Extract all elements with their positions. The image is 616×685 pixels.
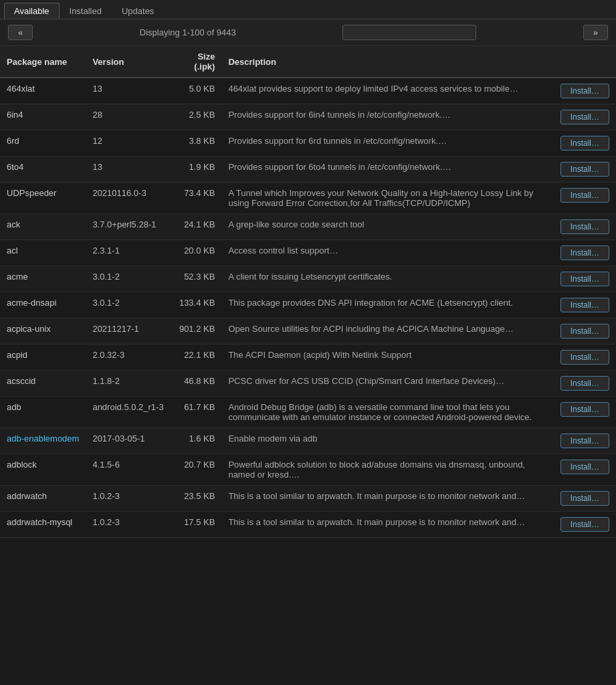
package-name: acpid [0, 345, 86, 371]
package-name: addrwatch-mysql [0, 512, 86, 538]
package-action-cell: Install… [554, 130, 616, 157]
package-action-cell: Install… [554, 157, 616, 183]
page-info: Displaying 1-100 of 9443 [140, 27, 236, 37]
install-button[interactable]: Install… [560, 136, 609, 151]
package-name: acl [0, 240, 86, 266]
tab-updates[interactable]: Updates [112, 3, 164, 19]
package-name: 464xlat [0, 78, 86, 104]
table-header-row: Package name Version Size (.ipk) Descrip… [0, 46, 616, 78]
package-description: Provides support for 6to4 tunnels in /et… [221, 157, 553, 183]
package-action-cell: Install… [554, 292, 616, 318]
package-action-cell: Install… [554, 78, 616, 104]
col-header-version: Version [86, 46, 170, 78]
package-action-cell: Install… [554, 183, 616, 214]
table-row: ack3.7.0+perl5.28-124.1 KBA grep-like so… [0, 214, 616, 240]
package-size: 22.1 KB [171, 345, 222, 371]
install-button[interactable]: Install… [560, 376, 609, 391]
col-header-name: Package name [0, 46, 86, 78]
package-version: 3.7.0+perl5.28-1 [86, 214, 170, 240]
package-size: 2.5 KB [171, 104, 222, 130]
package-size: 1.9 KB [171, 157, 222, 183]
install-button[interactable]: Install… [560, 84, 609, 98]
package-version: 13 [86, 157, 170, 183]
table-row: acpica-unix20211217-1901.2 KBOpen Source… [0, 318, 616, 345]
install-button[interactable]: Install… [560, 298, 609, 312]
package-description: This is a tool similar to arpwatch. It m… [221, 486, 553, 512]
package-name: adb-enablemodem [0, 428, 86, 454]
install-button[interactable]: Install… [560, 272, 609, 286]
package-description: Android Debug Bridge (adb) is a versatil… [221, 397, 553, 428]
col-header-description: Description [221, 46, 553, 78]
package-name: acsccid [0, 371, 86, 397]
package-name: UDPspeeder [0, 183, 86, 214]
table-row: 6in4282.5 KBProvides support for 6in4 tu… [0, 104, 616, 130]
package-size: 133.4 KB [171, 292, 222, 318]
prev-page-button[interactable]: « [8, 25, 33, 40]
install-button[interactable]: Install… [560, 460, 609, 474]
package-size: 52.3 KB [171, 266, 222, 292]
package-name: acpica-unix [0, 318, 86, 345]
table-row: 464xlat135.0 KB464xlat provides support … [0, 78, 616, 104]
package-version: 28 [86, 104, 170, 130]
table-row: adbandroid.5.0.2_r1-361.7 KBAndroid Debu… [0, 397, 616, 428]
install-button[interactable]: Install… [560, 219, 609, 234]
install-button[interactable]: Install… [560, 350, 609, 365]
table-row: addrwatch-mysql1.0.2-317.5 KBThis is a t… [0, 512, 616, 538]
install-button[interactable]: Install… [560, 162, 609, 177]
install-button[interactable]: Install… [560, 517, 609, 532]
pagination-bar: « Displaying 1-100 of 9443 » [0, 19, 616, 46]
table-row: UDPspeeder20210116.0-373.4 KBA Tunnel wh… [0, 183, 616, 214]
package-description: Enable modem via adb [221, 428, 553, 454]
tab-bar: Available Installed Updates [0, 0, 616, 19]
install-button[interactable]: Install… [560, 491, 609, 506]
table-row: acpid2.0.32-322.1 KBThe ACPI Daemon (acp… [0, 345, 616, 371]
package-action-cell: Install… [554, 240, 616, 266]
package-description: The ACPI Daemon (acpid) With Netlink Sup… [221, 345, 553, 371]
package-name: 6to4 [0, 157, 86, 183]
install-button[interactable]: Install… [560, 324, 609, 338]
package-size: 1.6 KB [171, 428, 222, 454]
package-action-cell: Install… [554, 397, 616, 428]
package-version: 12 [86, 130, 170, 157]
package-name: adb [0, 397, 86, 428]
package-version: 3.0.1-2 [86, 292, 170, 318]
table-row: acme3.0.1-252.3 KBA client for issuing L… [0, 266, 616, 292]
package-size: 73.4 KB [171, 183, 222, 214]
package-description: A Tunnel which Improves your Network Qua… [221, 183, 553, 214]
install-button[interactable]: Install… [560, 246, 609, 260]
install-button[interactable]: Install… [560, 433, 609, 448]
table-row: addrwatch1.0.2-323.5 KBThis is a tool si… [0, 486, 616, 512]
package-action-cell: Install… [554, 104, 616, 130]
package-action-cell: Install… [554, 266, 616, 292]
package-size: 61.7 KB [171, 397, 222, 428]
package-name: ack [0, 214, 86, 240]
package-version: 2.3.1-1 [86, 240, 170, 266]
tab-available[interactable]: Available [4, 3, 60, 19]
package-action-cell: Install… [554, 345, 616, 371]
package-size: 5.0 KB [171, 78, 222, 104]
package-version: android.5.0.2_r1-3 [86, 397, 170, 428]
package-description: This is a tool similar to arpwatch. It m… [221, 512, 553, 538]
install-button[interactable]: Install… [560, 188, 609, 203]
install-button[interactable]: Install… [560, 110, 609, 124]
package-version: 4.1.5-6 [86, 454, 170, 486]
package-version: 1.0.2-3 [86, 512, 170, 538]
install-button[interactable]: Install… [560, 402, 609, 417]
package-size: 20.7 KB [171, 454, 222, 486]
package-version: 1.1.8-2 [86, 371, 170, 397]
package-action-cell: Install… [554, 214, 616, 240]
package-name: 6in4 [0, 104, 86, 130]
package-table: Package name Version Size (.ipk) Descrip… [0, 46, 616, 538]
package-name: acme-dnsapi [0, 292, 86, 318]
tab-installed[interactable]: Installed [60, 3, 112, 19]
package-size: 17.5 KB [171, 512, 222, 538]
table-row: adblock4.1.5-620.7 KBPowerful adblock so… [0, 454, 616, 486]
search-input[interactable] [342, 25, 476, 40]
table-row: acl2.3.1-120.0 KBAccess control list sup… [0, 240, 616, 266]
package-version: 13 [86, 78, 170, 104]
package-description: Access control list support… [221, 240, 553, 266]
package-version: 3.0.1-2 [86, 266, 170, 292]
package-version: 1.0.2-3 [86, 486, 170, 512]
next-page-button[interactable]: » [583, 25, 608, 40]
package-version: 20210116.0-3 [86, 183, 170, 214]
